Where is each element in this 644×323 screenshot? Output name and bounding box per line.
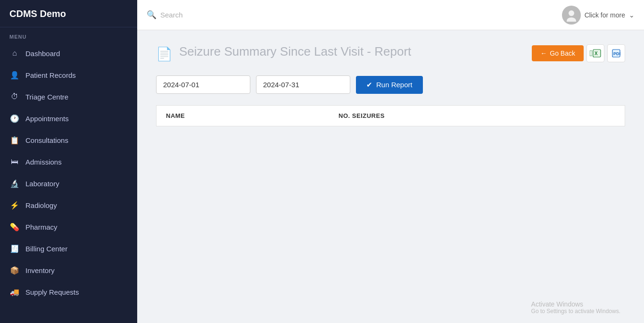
- admissions-icon: 🛏: [9, 157, 20, 167]
- sidebar-item-pharmacy[interactable]: 💊Pharmacy: [0, 216, 137, 238]
- report-actions: ← Go Back  X PDF: [532, 44, 625, 62]
- sidebar-item-label: Pharmacy: [25, 223, 58, 231]
- dashboard-icon: ⌂: [9, 48, 20, 58]
- run-report-check-icon: ✔: [366, 81, 372, 89]
- sidebar-item-laboratory[interactable]: 🔬Laboratory: [0, 173, 137, 194]
- search-placeholder: Search: [160, 11, 183, 19]
- run-report-button[interactable]: ✔ Run Report: [356, 76, 423, 94]
- inventory-icon: 📦: [9, 265, 20, 275]
- sidebar-item-radiology[interactable]: ⚡Radiology: [0, 194, 137, 216]
- app-title: CDMS Demo: [0, 0, 137, 27]
- sidebar-item-label: Triage Centre: [25, 93, 68, 101]
- sidebar-item-admissions[interactable]: 🛏Admissions: [0, 151, 137, 173]
- svg-text:PDF: PDF: [613, 51, 620, 56]
- sidebar-item-label: Radiology: [25, 201, 57, 209]
- sidebar-item-supply-requests[interactable]: 🚚Supply Requests: [0, 281, 137, 303]
- export-pdf-button[interactable]: PDF: [607, 44, 625, 62]
- sidebar-item-billing-center[interactable]: 🧾Billing Center: [0, 238, 137, 259]
- sidebar-item-inventory[interactable]: 📦Inventory: [0, 259, 137, 281]
- click-for-more-label: Click for more: [585, 11, 625, 19]
- go-back-button[interactable]: ← Go Back: [532, 45, 584, 61]
- report-title-area: 📄 Seizure Summary Since Last Visit - Rep…: [156, 44, 411, 62]
- sidebar-item-patient-records[interactable]: 👤Patient Records: [0, 64, 137, 86]
- col-name: NAME: [157, 106, 330, 126]
- sidebar-item-label: Appointments: [25, 115, 69, 123]
- appointments-icon: 🕐: [9, 113, 20, 124]
- patient-records-icon: 👤: [9, 70, 20, 80]
- svg-point-1: [567, 17, 576, 22]
- svg-text:X: X: [594, 51, 598, 56]
- content-area: 📄 Seizure Summary Since Last Visit - Rep…: [137, 30, 644, 323]
- user-area[interactable]: Click for more ⌄: [562, 6, 635, 25]
- chevron-down-icon: ⌄: [629, 11, 635, 19]
- consultations-icon: 📋: [9, 135, 20, 145]
- sidebar-item-label: Consultations: [25, 136, 68, 144]
- report-table: NAME NO. SEIZURES: [156, 105, 625, 126]
- billing-center-icon: 🧾: [9, 243, 20, 254]
- main-content: 🔍 Search Click for more ⌄ 📄 Seizure Summ…: [137, 0, 644, 323]
- export-excel-button[interactable]:  X: [586, 44, 604, 62]
- search-bar[interactable]: 🔍 Search: [147, 10, 562, 20]
- col-seizures: NO. SEIZURES: [329, 106, 625, 126]
- radiology-icon: ⚡: [9, 200, 20, 210]
- report-header: 📄 Seizure Summary Since Last Visit - Rep…: [156, 44, 625, 62]
- run-report-label: Run Report: [376, 81, 413, 89]
- report-doc-icon: 📄: [156, 46, 173, 62]
- topbar: 🔍 Search Click for more ⌄: [137, 0, 644, 30]
- sidebar-item-triage-centre[interactable]: ⏱Triage Centre: [0, 86, 137, 108]
- menu-label: MENU: [0, 27, 137, 42]
- search-icon: 🔍: [147, 10, 157, 20]
- sidebar-item-label: Billing Center: [25, 245, 67, 253]
- date-from-input[interactable]: [156, 75, 250, 94]
- sidebar-item-label: Patient Records: [25, 71, 76, 79]
- report-title: Seizure Summary Since Last Visit - Repor…: [179, 44, 411, 59]
- date-to-input[interactable]: [256, 75, 350, 94]
- supply-requests-icon: 🚚: [9, 287, 20, 297]
- date-row: ✔ Run Report: [156, 75, 625, 94]
- sidebar-item-appointments[interactable]: 🕐Appointments: [0, 108, 137, 129]
- go-back-label: Go Back: [550, 50, 575, 57]
- sidebar-item-label: Dashboard: [25, 50, 60, 58]
- laboratory-icon: 🔬: [9, 178, 20, 189]
- svg-point-0: [569, 10, 574, 16]
- sidebar-item-label: Inventory: [25, 266, 55, 274]
- go-back-arrow-icon: ←: [540, 50, 547, 57]
- avatar: [562, 6, 581, 25]
- excel-icon: : [590, 49, 593, 58]
- pharmacy-icon: 💊: [9, 222, 20, 232]
- sidebar-item-label: Laboratory: [25, 180, 59, 188]
- sidebar-item-consultations[interactable]: 📋Consultations: [0, 129, 137, 151]
- sidebar: CDMS Demo MENU ⌂Dashboard👤Patient Record…: [0, 0, 137, 323]
- triage-centre-icon: ⏱: [9, 91, 20, 102]
- sidebar-item-label: Supply Requests: [25, 288, 79, 296]
- sidebar-item-dashboard[interactable]: ⌂Dashboard: [0, 42, 137, 64]
- sidebar-item-label: Admissions: [25, 158, 62, 166]
